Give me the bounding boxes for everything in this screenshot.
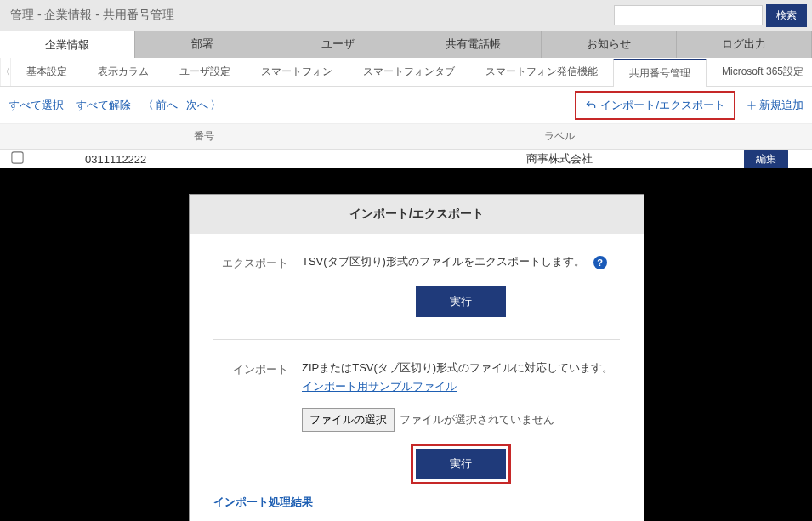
deselect-all-link[interactable]: すべて解除: [76, 98, 131, 113]
tab-company-info[interactable]: 企業情報: [0, 31, 135, 58]
action-bar: すべて選択 すべて解除 〈 前へ 次へ 〉 インポート/エクスポート 新規追加: [0, 87, 812, 124]
import-export-button[interactable]: インポート/エクスポート: [575, 91, 735, 120]
column-number: 番号: [34, 129, 374, 144]
export-label: エクスポート: [213, 254, 288, 317]
table-header: 番号 ラベル: [0, 124, 812, 150]
add-new-link[interactable]: 新規追加: [746, 98, 803, 113]
subtab-user-settings[interactable]: ユーザ設定: [164, 58, 246, 86]
file-select-button[interactable]: ファイルの選択: [302, 408, 395, 432]
table-row: 0311112222 商事株式会社 編集: [0, 150, 812, 168]
sample-file-link[interactable]: インポート用サンプルファイル: [302, 379, 457, 394]
help-icon[interactable]: ?: [593, 256, 607, 269]
breadcrumb: 管理 - 企業情報 - 共用番号管理: [0, 8, 609, 23]
tab-department[interactable]: 部署: [135, 31, 270, 58]
subtab-shared-number[interactable]: 共用番号管理: [613, 59, 707, 87]
top-header: 管理 - 企業情報 - 共用番号管理 検索: [0, 0, 812, 31]
import-execute-button[interactable]: 実行: [416, 449, 506, 479]
import-result-link[interactable]: インポート処理結果: [213, 495, 313, 510]
reply-arrow-icon: [585, 99, 597, 111]
edit-button[interactable]: 編集: [744, 150, 788, 168]
subtab-ms365[interactable]: Microsoft 365設定: [707, 58, 812, 86]
plus-icon: [746, 99, 758, 111]
search-button[interactable]: 検索: [766, 4, 807, 27]
export-execute-button[interactable]: 実行: [416, 286, 506, 317]
main-tabs: 企業情報 部署 ユーザ 共有電話帳 お知らせ ログ出力: [0, 31, 812, 58]
modal-title: インポート/エクスポート: [190, 195, 644, 234]
next-page-link[interactable]: 次へ 〉: [186, 98, 221, 113]
subtab-smartphone-call[interactable]: スマートフォン発信機能: [470, 58, 613, 86]
subtab-basic-settings[interactable]: 基本設定: [11, 58, 82, 86]
row-checkbox[interactable]: [11, 151, 23, 163]
tab-user[interactable]: ユーザ: [270, 31, 406, 58]
import-description: ZIPまたはTSV(タブ区切り)形式のファイルに対応しています。: [302, 361, 613, 374]
scroll-left-icon[interactable]: 〈: [0, 58, 11, 86]
search-input[interactable]: [614, 5, 763, 25]
tab-shared-phonebook[interactable]: 共有電話帳: [406, 31, 542, 58]
prev-page-link[interactable]: 〈 前へ: [143, 98, 178, 113]
column-label: ラベル: [374, 129, 744, 144]
file-status: ファイルが選択されていません: [400, 412, 554, 428]
row-label: 商事株式会社: [374, 151, 744, 167]
row-number: 0311112222: [34, 153, 374, 166]
tab-log-output[interactable]: ログ出力: [677, 31, 812, 58]
import-label: インポート: [213, 360, 288, 479]
subtab-smartphone[interactable]: スマートフォン: [246, 58, 348, 86]
import-export-label: インポート/エクスポート: [600, 98, 725, 113]
tab-notice[interactable]: お知らせ: [542, 31, 677, 58]
next-label: 次へ: [186, 98, 208, 113]
subtab-smartphone-tab[interactable]: スマートフォンタブ: [348, 58, 470, 86]
add-new-label: 新規追加: [759, 98, 803, 113]
subtab-display-columns[interactable]: 表示カラム: [82, 58, 164, 86]
import-export-modal: インポート/エクスポート エクスポート TSV(タブ区切り)形式のファイルをエク…: [189, 194, 644, 521]
sub-tabs: 〈 基本設定 表示カラム ユーザ設定 スマートフォン スマートフォンタブ スマー…: [0, 58, 812, 87]
prev-label: 前へ: [156, 98, 178, 113]
divider: [213, 339, 620, 340]
export-description: TSV(タブ区切り)形式のファイルをエクスポートします。: [302, 255, 585, 268]
select-all-link[interactable]: すべて選択: [9, 98, 64, 113]
